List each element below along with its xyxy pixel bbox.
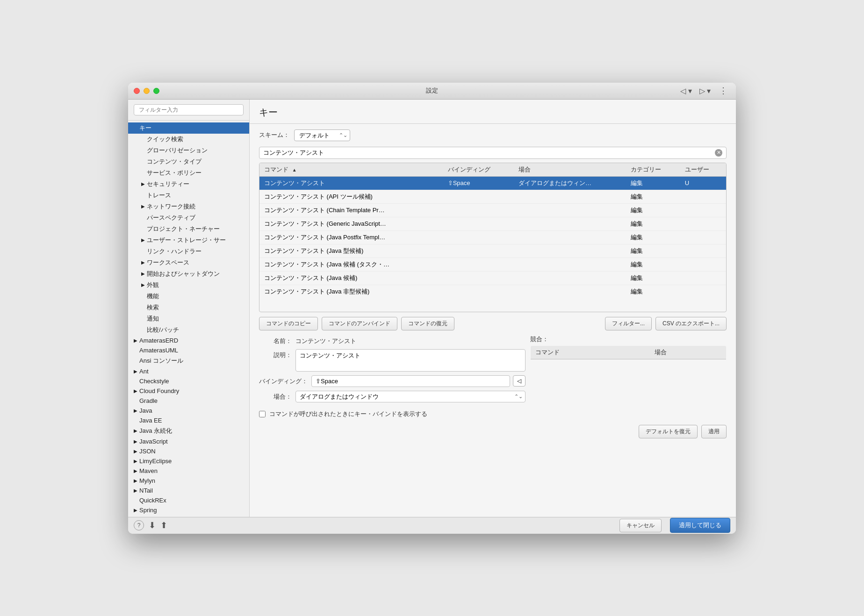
sidebar-item-workspace[interactable]: ワークスペース [128,257,249,268]
nav-back-button[interactable]: ◁ ▾ [678,86,693,96]
sidebar-item-label-quickrex: QuickREx [139,497,166,504]
sidebar-item-amaterasuml[interactable]: AmaterasUML [128,345,249,355]
sidebar-item-ant[interactable]: Ant [128,366,249,376]
sidebar-item-label-startup-shutdown: 開始およびシャットダウン [147,270,220,278]
unbind-command-button[interactable]: コマンドのアンバインド [322,317,397,330]
show-keybind-checkbox[interactable] [259,411,266,417]
titlebar: 設定 ◁ ▾ ▷ ▾ ⋮ [128,83,736,100]
sidebar-item-label-notification: 通知 [147,315,159,323]
sidebar-item-startup-shutdown[interactable]: 開始およびシャットダウン [128,268,249,279]
col-user[interactable]: ユーザー [680,163,726,177]
sidebar-item-label-security: セキュリティー [147,180,189,188]
sidebar-item-compare-patch[interactable]: 比較/パッチ [128,324,249,336]
sidebar-item-notification[interactable]: 通知 [128,313,249,324]
bottom-actions: デフォルトを復元 適用 [250,421,736,444]
sidebar-item-globalization[interactable]: グローバリゼーション [128,145,249,156]
cell-command: コンテンツ・アシスト (Java 非型候補) [259,285,443,296]
sidebar-item-java[interactable]: Java [128,406,249,415]
binding-add-button[interactable]: ◁ [513,375,526,387]
table-row[interactable]: コンテンツ・アシスト (Java 型候補)編集 [259,244,726,258]
col-when[interactable]: 場合 [514,163,626,177]
table-row[interactable]: コンテンツ・アシスト (Chain Template Pr…編集 [259,203,726,217]
sidebar-item-service-policy[interactable]: サービス・ポリシー [128,167,249,179]
restore-defaults-button[interactable]: デフォルトを復元 [639,425,698,438]
help-icon[interactable]: ? [134,520,144,530]
sidebar-item-spring[interactable]: Spring [128,505,249,515]
sidebar-filter-input[interactable] [134,104,244,115]
nav-forward-button[interactable]: ▷ ▾ [698,86,713,96]
conflict-col-when: 場合 [650,345,727,359]
desc-input[interactable]: コンテンツ・アシスト [295,349,526,372]
sidebar-item-label-network: ネットワーク接続 [147,202,195,211]
export-icon[interactable]: ⬆ [160,520,167,530]
sidebar-item-gradle[interactable]: Gradle [128,396,249,406]
sidebar-item-key[interactable]: キー [128,122,249,134]
sidebar-item-java-persistence[interactable]: Java 永続化 [128,425,249,437]
more-options-button[interactable]: ⋮ [716,85,730,97]
table-row[interactable]: コンテンツ・アシスト⇧Spaceダイアログまたはウィン…編集U [259,176,726,190]
cell-binding [443,244,514,258]
table-row[interactable]: コンテンツ・アシスト (Java 候補)編集 [259,271,726,285]
sidebar-item-network[interactable]: ネットワーク接続 [128,201,249,212]
sidebar-item-javascript[interactable]: JavaScript [128,437,249,446]
sidebar-item-json[interactable]: JSON [128,446,249,456]
binding-row: バインディング： ◁ [259,375,526,387]
apply-button[interactable]: 適用 [701,425,727,438]
cancel-button[interactable]: キャンセル [619,519,662,532]
table-row[interactable]: コンテンツ・アシスト (API ツール候補)編集 [259,190,726,203]
copy-command-button[interactable]: コマンドのコピー [259,317,318,330]
sidebar-item-ansi-console[interactable]: Ansi コンソール [128,355,249,366]
sidebar-item-project-nature[interactable]: プロジェクト・ネーチャー [128,223,249,235]
sidebar-item-limyeclipse[interactable]: LimyEclipse [128,456,249,466]
col-category[interactable]: カテゴリー [626,163,680,177]
sidebar-item-cloud-foundry[interactable]: Cloud Foundry [128,386,249,396]
sidebar-item-search[interactable]: 検索 [128,302,249,313]
minimize-button[interactable] [144,88,150,94]
import-icon[interactable]: ⬇ [149,520,156,530]
apply-close-button[interactable]: 適用して閉じる [670,518,730,533]
cell-when [514,244,626,258]
scheme-select[interactable]: デフォルト [294,129,350,141]
restore-command-button[interactable]: コマンドの復元 [401,317,454,330]
sidebar-item-ntail[interactable]: NTail [128,486,249,495]
sidebar-item-maven[interactable]: Maven [128,466,249,476]
sidebar-item-appearance[interactable]: 外観 [128,279,249,291]
close-button[interactable] [134,88,140,94]
maximize-button[interactable] [153,88,159,94]
binding-input[interactable] [311,375,510,387]
tree-arrow-java-persistence [134,428,137,433]
filter-input[interactable] [263,149,712,156]
sidebar-item-amateraserd[interactable]: AmaterasERD [128,336,249,345]
sidebar-item-content-type[interactable]: コンテンツ・タイプ [128,156,249,167]
table-row[interactable]: コンテンツ・アシスト (Java Postfix Templ…編集 [259,230,726,244]
sidebar-item-java-ee[interactable]: Java EE [128,415,249,425]
sidebar: キークイック検索グローバリゼーションコンテンツ・タイプサービス・ポリシーセキュリ… [128,100,250,517]
sidebar-item-user-storage[interactable]: ユーザー・ストレージ・サー [128,235,249,246]
cell-user [680,230,726,244]
sidebar-item-features[interactable]: 機能 [128,291,249,302]
table-row[interactable]: コンテンツ・アシスト (Java 非型候補)編集 [259,285,726,296]
sidebar-item-trace[interactable]: トレース [128,190,249,201]
col-binding[interactable]: バインディング [443,163,514,177]
sidebar-item-mylyn[interactable]: Mylyn [128,476,249,486]
when-select[interactable]: ダイアログまたはウィンドウ [295,391,526,402]
sidebar-item-quickrex[interactable]: QuickREx [128,495,249,505]
window-title: 設定 [426,86,438,95]
filter-clear-button[interactable]: ✕ [715,149,722,157]
tree-arrow-ntail [134,488,137,493]
sidebar-item-checkstyle[interactable]: Checkstyle [128,376,249,386]
sidebar-item-perspective[interactable]: パースペクティブ [128,212,249,223]
main-header: キー [250,100,736,124]
page-title: キー [259,106,727,119]
table-row[interactable]: コンテンツ・アシスト (Java 候補 (タスク・…編集 [259,258,726,271]
sidebar-item-label-features: 機能 [147,292,159,301]
col-command[interactable]: コマンド ▲ [259,163,443,177]
filter-button[interactable]: フィルター... [605,317,652,330]
cell-command: コンテンツ・アシスト (Java 候補) [259,271,443,285]
sidebar-item-security[interactable]: セキュリティー [128,179,249,190]
sidebar-item-link-handler[interactable]: リンク・ハンドラー [128,246,249,257]
sidebar-tree: キークイック検索グローバリゼーションコンテンツ・タイプサービス・ポリシーセキュリ… [128,121,249,517]
csv-export-button[interactable]: CSV のエクスポート... [655,317,727,330]
table-row[interactable]: コンテンツ・アシスト (Generic JavaScript…編集 [259,217,726,230]
sidebar-item-quick-search[interactable]: クイック検索 [128,134,249,145]
